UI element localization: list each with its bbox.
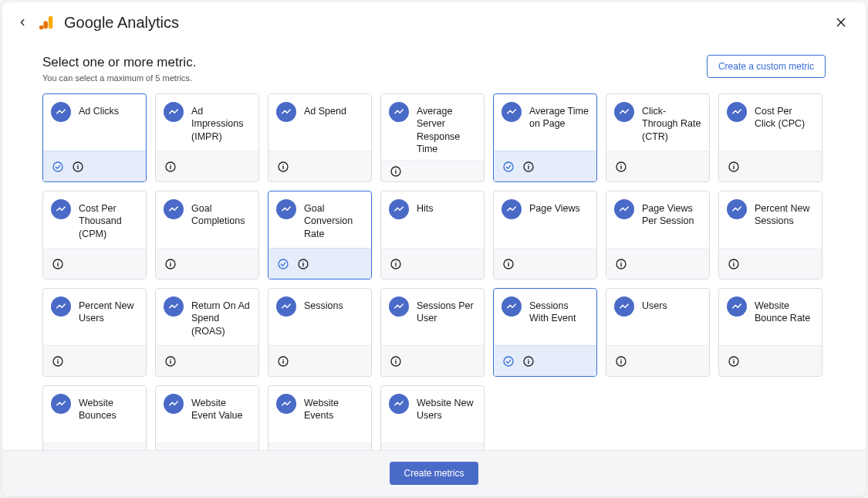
metric-card[interactable]: Sessions <box>268 288 372 377</box>
svg-point-5 <box>53 162 62 171</box>
info-icon[interactable] <box>276 354 290 368</box>
info-icon[interactable] <box>71 160 85 174</box>
create-custom-metric-button[interactable]: Create a custom metric <box>707 55 826 78</box>
metric-label: Sessions With Event <box>529 296 589 325</box>
metric-card[interactable]: Website Bounce Rate <box>718 288 822 377</box>
metric-card[interactable]: Hits <box>380 191 485 279</box>
metric-card[interactable]: Page Views <box>493 191 597 279</box>
info-icon[interactable] <box>389 164 403 178</box>
metric-card[interactable]: Website Events <box>268 385 372 450</box>
info-icon[interactable] <box>389 354 403 368</box>
svg-point-32 <box>733 164 734 164</box>
info-icon[interactable] <box>51 354 65 368</box>
metric-card-footer <box>269 442 371 450</box>
back-icon[interactable] <box>15 15 30 30</box>
metric-card[interactable]: Cost Per Thousand (CPM) <box>42 191 147 279</box>
metric-card[interactable]: Cost Per Click (CPC) <box>718 93 822 182</box>
metric-label: Percent New Users <box>79 296 138 325</box>
selected-check-icon <box>276 257 290 271</box>
info-icon[interactable] <box>164 354 177 368</box>
metric-card[interactable]: Sessions Per User <box>380 288 485 377</box>
metric-card[interactable]: Goal Conversion Rate <box>268 191 372 279</box>
svg-point-77 <box>504 357 513 366</box>
info-icon[interactable] <box>727 354 741 368</box>
metric-chart-icon <box>276 199 296 219</box>
metric-card[interactable]: Website Event Value <box>155 385 259 450</box>
metric-label: Page Views <box>529 199 580 215</box>
metric-label: Website Bounce Rate <box>755 296 814 325</box>
svg-point-24 <box>528 164 529 164</box>
metric-card[interactable]: Click-Through Rate (CTR) <box>606 93 710 182</box>
info-icon[interactable] <box>164 160 177 174</box>
svg-point-88 <box>733 358 734 359</box>
metric-card[interactable]: Users <box>606 288 710 377</box>
metric-label: Ad Clicks <box>79 102 119 117</box>
svg-point-48 <box>395 261 396 262</box>
metric-card[interactable]: Percent New Users <box>42 288 147 377</box>
info-icon[interactable] <box>522 160 535 174</box>
metric-card[interactable]: Goal Completions <box>155 191 259 279</box>
info-icon[interactable] <box>727 257 741 271</box>
dialog-header: Google Analytics <box>2 2 866 41</box>
metric-chart-icon <box>164 102 184 122</box>
svg-point-8 <box>77 164 78 164</box>
metric-card-footer <box>606 345 709 376</box>
metric-label: Sessions Per User <box>417 296 476 325</box>
metric-card-footer <box>381 160 484 181</box>
metric-label: Website Event Value <box>191 394 251 422</box>
metric-card[interactable]: Ad Spend <box>268 93 372 182</box>
info-icon[interactable] <box>276 160 290 174</box>
info-icon[interactable] <box>164 257 177 271</box>
metric-card[interactable]: Page Views Per Session <box>606 191 710 279</box>
metric-chart-icon <box>276 102 296 122</box>
metric-chart-icon <box>164 394 184 414</box>
svg-point-12 <box>170 164 171 164</box>
subheader-title: Select one or more metric. <box>42 55 707 70</box>
metric-card[interactable]: Sessions With Event <box>493 288 597 377</box>
metric-card[interactable]: Percent New Sessions <box>718 191 822 279</box>
info-icon[interactable] <box>51 257 65 271</box>
metric-card-footer <box>43 345 146 376</box>
subheader: Select one or more metric. You can selec… <box>2 41 866 93</box>
svg-point-60 <box>733 261 734 262</box>
metric-card-footer <box>156 345 258 376</box>
metric-card[interactable]: Website Bounces <box>42 385 147 450</box>
info-icon[interactable] <box>502 257 515 271</box>
metric-card[interactable]: Website New Users <box>380 385 485 450</box>
metric-label: Website Bounces <box>79 394 138 422</box>
metric-card[interactable]: Average Time on Page <box>493 93 597 182</box>
metric-card[interactable]: Average Server Response Time <box>380 93 485 182</box>
close-icon[interactable] <box>833 15 849 30</box>
svg-point-56 <box>620 261 621 262</box>
metric-card[interactable]: Ad Clicks <box>42 93 147 182</box>
metric-card-footer <box>494 345 596 376</box>
metric-card-footer <box>43 442 146 450</box>
metric-card-footer <box>719 345 822 376</box>
metric-label: Cost Per Thousand (CPM) <box>79 199 138 240</box>
metrics-scroll-area[interactable]: Ad Clicks Ad Impressions (IMPR) <box>2 93 866 450</box>
metric-label: Goal Completions <box>191 199 251 228</box>
metric-label: Cost Per Click (CPC) <box>755 102 814 130</box>
metric-card[interactable]: Return On Ad Spend (ROAS) <box>155 288 259 377</box>
info-icon[interactable] <box>727 160 741 174</box>
info-icon[interactable] <box>614 354 628 368</box>
metric-chart-icon <box>727 199 747 219</box>
metric-chart-icon <box>727 102 747 122</box>
svg-point-76 <box>395 358 396 359</box>
metric-label: Click-Through Rate (CTR) <box>642 102 701 143</box>
info-icon[interactable] <box>296 257 310 271</box>
metric-card-footer <box>606 248 709 279</box>
svg-point-52 <box>508 261 508 262</box>
svg-point-2 <box>39 25 44 29</box>
metric-card-footer <box>269 248 371 279</box>
info-icon[interactable] <box>614 160 628 174</box>
metric-chart-icon <box>389 394 409 414</box>
info-icon[interactable] <box>522 354 535 368</box>
create-metrics-button[interactable]: Create metrics <box>390 462 478 485</box>
info-icon[interactable] <box>389 257 403 271</box>
metric-card-footer <box>269 345 371 376</box>
metric-label: Users <box>642 296 667 312</box>
info-icon[interactable] <box>614 257 628 271</box>
metrics-grid: Ad Clicks Ad Impressions (IMPR) <box>42 93 826 450</box>
metric-card[interactable]: Ad Impressions (IMPR) <box>155 93 259 182</box>
